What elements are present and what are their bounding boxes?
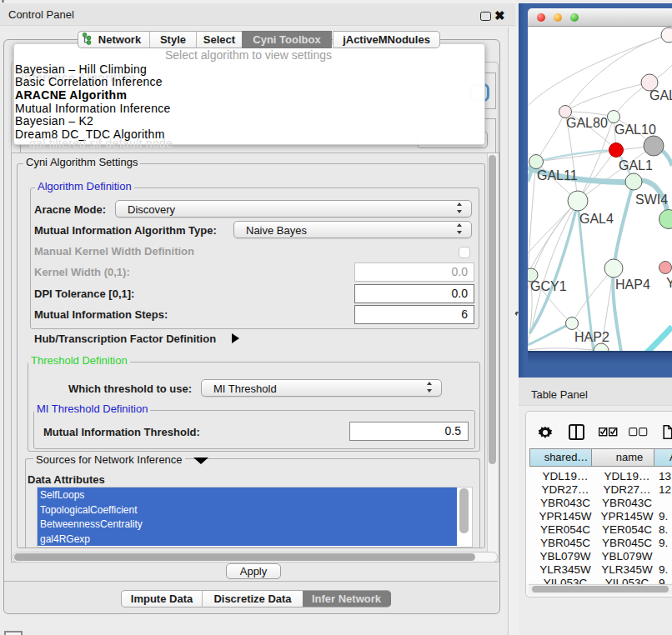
svg-text:Y: Y — [666, 276, 672, 290]
svg-text:GAL4: GAL4 — [579, 212, 614, 226]
svg-text:HAP2: HAP2 — [574, 330, 609, 344]
svg-text:GAL1: GAL1 — [619, 158, 653, 172]
svg-text:GAL7: GAL7 — [649, 88, 672, 102]
svg-text:HAP4: HAP4 — [615, 278, 650, 292]
svg-text:SWI4: SWI4 — [635, 192, 668, 207]
svg-text:GAL10: GAL10 — [614, 122, 656, 137]
svg-text:GCY1: GCY1 — [530, 279, 567, 293]
svg-text:GAL11: GAL11 — [537, 168, 578, 182]
svg-text:GAL80: GAL80 — [566, 116, 608, 130]
